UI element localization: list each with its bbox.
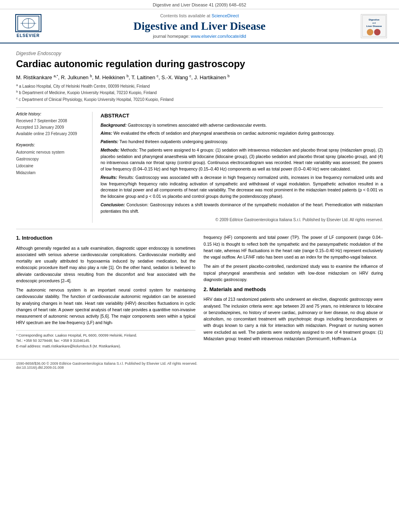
svg-text:Liver Disease: Liver Disease (366, 25, 382, 27)
abstract-results-text: Results: Gastroscopy was associated with… (101, 175, 383, 199)
issn-line: 1590-8658/$36.00 © 2009 Editrice Gastroe… (16, 362, 383, 366)
journal-logo-image: Digestive and Liver Disease (361, 14, 387, 38)
svg-point-8 (367, 29, 373, 35)
sciencedirect-line: Contents lists available at ScienceDirec… (44, 13, 355, 18)
footnote-tel: Tel.: +358 50 3279448; fax: +358 9 31046… (16, 338, 195, 344)
journal-logo-right: Digestive and Liver Disease (355, 14, 387, 38)
keyword-4: Midazolam (16, 169, 86, 176)
affiliation-b: b b Department of Medicine, Kuopio Unive… (16, 89, 383, 96)
affiliations: a a Laakso Hospital, City of Helsinki He… (16, 83, 383, 103)
homepage-label: journal homepage: (153, 34, 189, 39)
abstract-patients-text: Two hundred thirteen outpatients undergo… (119, 139, 228, 144)
intro-para2: The autonomic nervous system is an impor… (16, 287, 195, 326)
doi-line: doi:10.1016/j.dld.2009.01.008 (16, 366, 383, 370)
article-title: Cardiac autonomic regulation during gast… (16, 58, 383, 70)
abstract-methods: Methods: Methods: The patients were assi… (101, 147, 383, 173)
abstract-conclusion: Conclusion: Conclusion: Gastroscopy indu… (101, 202, 383, 215)
journal-citation: Digestive and Liver Disease 41 (2009) 64… (0, 0, 399, 9)
keyword-2: Gastroscopy (16, 156, 86, 162)
svg-point-9 (374, 29, 380, 35)
article-info-abstract: Article history: Received 7 September 20… (16, 107, 383, 223)
affiliation-c: c c Department of Clinical Physiology, K… (16, 96, 383, 103)
page-container: Digestive and Liver Disease 41 (2009) 64… (0, 0, 399, 372)
journal-header: ELSEVIER Contents lists available at Sci… (0, 9, 399, 43)
svg-text:and: and (372, 22, 376, 24)
available-date: Available online 23 February 2009 (16, 131, 86, 137)
contents-text: Contents lists available at (160, 13, 210, 18)
methods-para1: HRV data of 213 randomized patients who … (204, 296, 383, 342)
abstract-background-text: Gastroscopy is sometimes associated with… (128, 123, 267, 127)
abstract-conclusion-text: Conclusion: Gastroscopy induces a shift … (101, 202, 383, 214)
article-content: Digestive Endoscopy Cardiac autonomic re… (0, 43, 399, 357)
citation-text: Digestive and Liver Disease 41 (2009) 64… (153, 2, 246, 7)
elsevier-logo: ELSEVIER (12, 14, 44, 38)
abstract-background: Background: Gastroscopy is sometimes ass… (101, 122, 383, 129)
elsevier-text: ELSEVIER (16, 33, 39, 38)
received-date: Received 7 September 2008 (16, 118, 86, 124)
abstract-title: ABSTRACT (101, 112, 383, 120)
intro-right-para2: The aim of the present placebo-controlle… (204, 263, 383, 283)
abstract-aims-text: We evaluated the effects of sedation and… (113, 131, 335, 136)
journal-homepage: journal homepage: www.elsevier.com/locat… (44, 34, 355, 39)
elsevier-logo-box (15, 14, 41, 32)
homepage-url[interactable]: www.elsevier.com/locate/dld (191, 34, 246, 39)
keyword-3: Lidocaine (16, 162, 86, 169)
keywords-label: Keywords: (16, 143, 86, 147)
article-info-column: Article history: Received 7 September 20… (16, 112, 93, 223)
intro-para1: Although generally regarded as a safe ex… (16, 245, 195, 284)
sciencedirect-link[interactable]: ScienceDirect (212, 13, 239, 18)
authors-line: M. Ristikankare a,*, R. Julkunen b, M. H… (16, 74, 383, 80)
accepted-date: Accepted 13 January 2009 (16, 124, 86, 131)
journal-title-area: Contents lists available at ScienceDirec… (44, 13, 355, 39)
abstract-copyright: © 2009 Editrice Gastroenterologica Itali… (101, 217, 383, 223)
methods-heading: 2. Materials and methods (204, 286, 383, 294)
abstract-text: Background: Gastroscopy is sometimes ass… (101, 122, 383, 215)
history-label: Article history: (16, 112, 86, 116)
abstract-results: Results: Results: Gastroscopy was associ… (101, 175, 383, 200)
intro-heading: 1. Introduction (16, 234, 195, 242)
main-left-column: 1. Introduction Although generally regar… (16, 234, 195, 349)
affiliation-a: a a Laakso Hospital, City of Helsinki He… (16, 83, 383, 89)
abstract-methods-text: Methods: The patients were assigned to 4… (101, 148, 383, 171)
main-right-column: frequency (HF) components and total powe… (204, 234, 383, 349)
keyword-1: Autonomic nervous system (16, 149, 86, 156)
abstract-patients: Patients: Two hundred thirteen outpatien… (101, 139, 383, 145)
intro-right-para1: frequency (HF) components and total powe… (204, 234, 383, 260)
elsevier-logo-area: ELSEVIER (12, 14, 44, 38)
footnote-email: E-mail address: matti.ristikankare@kolum… (16, 344, 195, 349)
section-tag: Digestive Endoscopy (16, 51, 383, 56)
footnote-area: * Corresponding author. Laakso Hospital,… (16, 330, 195, 349)
svg-text:Digestive: Digestive (368, 18, 379, 21)
keywords-list: Autonomic nervous system Gastroscopy Lid… (16, 149, 86, 176)
abstract-aims: Aims: We evaluated the effects of sedati… (101, 130, 383, 137)
main-text-columns: 1. Introduction Although generally regar… (16, 234, 383, 349)
abstract-column: ABSTRACT Background: Gastroscopy is some… (101, 112, 383, 223)
bottom-bar: 1590-8658/$36.00 © 2009 Editrice Gastroe… (0, 359, 399, 372)
author-text: M. Ristikankare a,*, R. Julkunen b, M. H… (16, 74, 230, 80)
journal-title: Digestive and Liver Disease (44, 20, 355, 33)
footnote-corresponding: * Corresponding author. Laakso Hospital,… (16, 333, 195, 339)
section-divider (16, 229, 383, 229)
